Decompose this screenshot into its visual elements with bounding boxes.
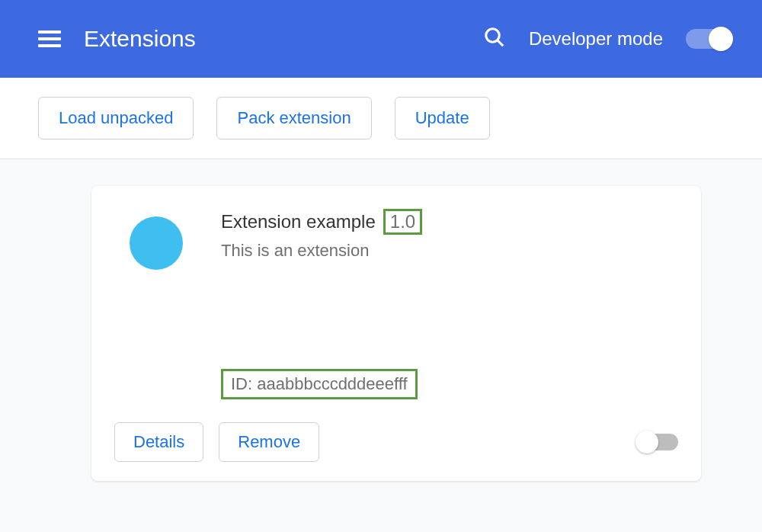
- toolbar: Load unpacked Pack extension Update: [0, 78, 762, 159]
- extension-enable-toggle[interactable]: [637, 434, 678, 450]
- load-unpacked-button[interactable]: Load unpacked: [38, 97, 194, 139]
- svg-point-0: [486, 29, 500, 43]
- page-title: Extensions: [84, 26, 196, 52]
- search-icon[interactable]: [483, 26, 506, 52]
- content-area: Extension example 1.0 This is an extensi…: [0, 159, 762, 532]
- header-left: Extensions: [38, 26, 196, 52]
- header-right: Developer mode: [483, 26, 732, 52]
- developer-mode-toggle[interactable]: [686, 29, 732, 49]
- extension-icon: [130, 216, 183, 270]
- remove-button[interactable]: Remove: [219, 422, 319, 462]
- extension-version: 1.0: [383, 209, 422, 235]
- extension-id: ID: aaabbbcccdddeeefff: [221, 369, 418, 399]
- developer-mode-label: Developer mode: [529, 28, 663, 50]
- footer-buttons: Details Remove: [114, 422, 319, 462]
- svg-line-1: [498, 40, 504, 46]
- header: Extensions Developer mode: [0, 0, 762, 78]
- extension-name: Extension example: [221, 211, 376, 232]
- toggle-knob: [709, 27, 733, 51]
- details-button[interactable]: Details: [114, 422, 203, 462]
- extension-name-row: Extension example 1.0: [221, 209, 678, 235]
- card-footer: Details Remove: [114, 422, 678, 462]
- extension-card: Extension example 1.0 This is an extensi…: [91, 186, 701, 481]
- extension-info: Extension example 1.0 This is an extensi…: [221, 209, 678, 261]
- update-button[interactable]: Update: [395, 97, 490, 139]
- toggle-knob: [636, 431, 658, 453]
- pack-extension-button[interactable]: Pack extension: [216, 97, 371, 139]
- card-top: Extension example 1.0 This is an extensi…: [114, 209, 678, 270]
- menu-icon[interactable]: [38, 30, 61, 47]
- extension-description: This is an extension: [221, 241, 678, 261]
